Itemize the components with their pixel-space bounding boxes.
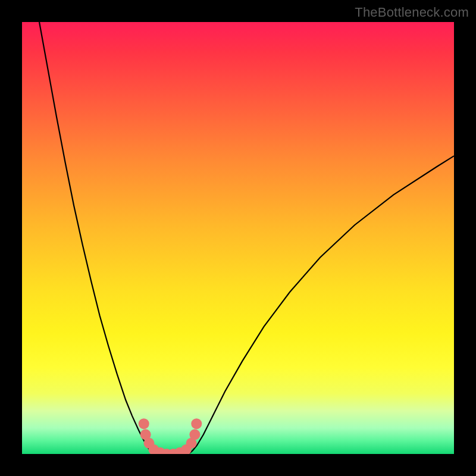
highlight-dot <box>189 429 200 440</box>
highlight-dot <box>191 418 202 429</box>
curve-right-branch <box>186 156 454 454</box>
curve-group <box>39 22 454 454</box>
plot-area <box>22 22 454 454</box>
watermark-text: TheBottleneck.com <box>355 5 469 20</box>
highlight-dot <box>139 418 149 429</box>
curve-left-branch <box>39 22 156 454</box>
chart-frame: TheBottleneck.com <box>0 0 476 476</box>
chart-svg <box>22 22 454 454</box>
